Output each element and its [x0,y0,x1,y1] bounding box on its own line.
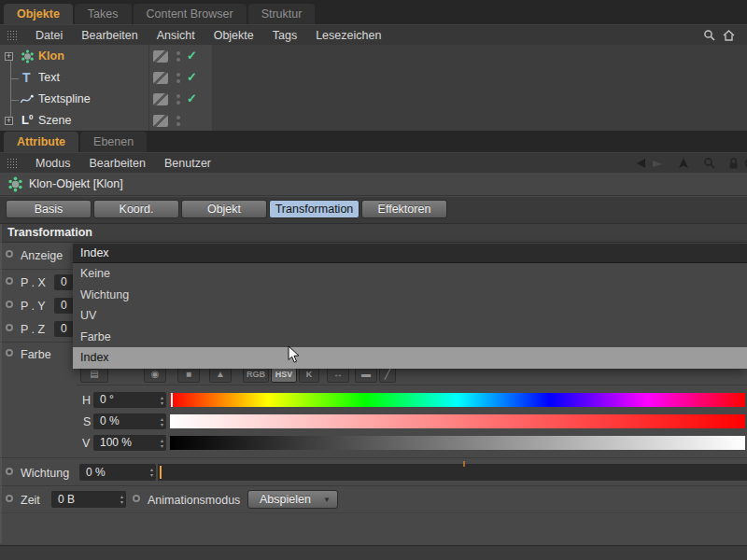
table-row[interactable]: T Text ✓ [0,68,747,89]
tab-objekt[interactable]: Objekt [181,200,267,218]
editor-visibility-dot[interactable] [176,73,180,77]
search-icon[interactable] [703,29,716,42]
layer-color-toggle[interactable] [153,115,168,127]
editor-visibility-dot[interactable] [176,51,180,55]
divider [0,485,747,486]
editor-visibility-dot[interactable] [176,94,180,98]
render-visibility-dot[interactable] [176,122,180,126]
search-icon[interactable] [703,157,716,170]
spline-icon [20,93,35,106]
stepper[interactable]: ▴▾ [120,491,123,508]
table-row[interactable]: + Klon ✓ [0,47,747,67]
anim-dot-pz[interactable] [6,324,13,331]
anim-dot-farbe[interactable] [6,349,13,357]
cloner-icon [7,176,23,192]
hue-slider-handle[interactable] [171,393,173,407]
saturation-slider[interactable] [170,414,745,428]
home-icon[interactable] [722,29,736,42]
panel-grip-icon[interactable] [7,30,19,40]
pin-icon[interactable] [741,157,747,170]
dropdown-item-wichtung[interactable]: Wichtung [73,285,747,306]
dropdown-item-keine[interactable]: Keine [73,263,747,285]
menu-datei[interactable]: Datei [26,29,72,42]
stepper[interactable]: ▴▾ [161,435,163,451]
s-field[interactable]: 0 % ▴▾ [93,413,166,429]
editor-visibility-dot[interactable] [176,116,180,119]
dropdown-item-uv[interactable]: UV [73,305,747,327]
tab-koord[interactable]: Koord. [93,200,179,218]
enabled-check-icon[interactable]: ✓ [187,49,197,63]
scene-icon: L0 [21,113,33,127]
history-back-icon[interactable] [634,157,648,170]
app-root: Objekte Takes Content Browser Struktur D… [0,0,747,560]
stepper-down-icon[interactable]: ▾ [161,400,163,406]
menu-objekte[interactable]: Objekte [204,29,263,42]
h-field[interactable]: 0 ° ▴▾ [93,392,166,408]
wichtung-edit-strip[interactable] [158,464,747,481]
table-row[interactable]: Textspline ✓ [0,90,747,110]
panel-grip-icon[interactable] [7,158,19,168]
menu-ansicht[interactable]: Ansicht [148,29,204,42]
stepper-down-icon[interactable]: ▾ [161,422,163,427]
object-title: Klon-Objekt [Klon] [29,177,123,190]
animationsmodus-select[interactable]: Abspielen ▼ [247,490,338,509]
anim-dot-animationsmodus[interactable] [133,495,140,502]
menu-benutzer[interactable]: Benutzer [155,157,220,170]
menu-tags[interactable]: Tags [263,29,306,42]
tree-item-text[interactable]: Text [38,71,60,84]
stepper[interactable]: ▴▾ [161,413,163,429]
stepper[interactable]: ▴▾ [161,392,163,408]
section-header[interactable]: Transformation [0,223,747,243]
s-label: S [83,412,91,432]
expand-toggle[interactable]: + [5,52,13,61]
tab-basis[interactable]: Basis [6,200,92,218]
tab-ebenen[interactable]: Ebenen [80,132,147,152]
anim-dot-anzeige[interactable] [6,250,13,258]
wichtung-field[interactable]: 0 % ▴▾ [79,464,156,481]
anim-dot-zeit[interactable] [6,495,13,502]
layer-color-toggle[interactable] [153,50,168,63]
zeit-field[interactable]: 0 B ▴▾ [51,491,126,508]
tree-item-szene[interactable]: Szene [38,114,71,127]
lock-icon[interactable] [727,157,740,170]
history-forward-icon[interactable] [650,157,664,170]
tab-objekte[interactable]: Objekte [4,4,73,24]
menu-bearbeiten-attr[interactable]: Bearbeiten [80,157,155,170]
tab-content-browser[interactable]: Content Browser [134,4,247,24]
dropdown-item-index[interactable]: Index [73,347,747,369]
render-visibility-dot[interactable] [176,79,180,83]
stepper-down-icon[interactable]: ▾ [161,443,163,449]
expand-toggle[interactable]: + [5,117,13,125]
tab-effektoren[interactable]: Effektoren [361,200,447,218]
enabled-check-icon[interactable]: ✓ [187,91,197,105]
tab-struktur[interactable]: Struktur [248,4,316,24]
menu-lesezeichen[interactable]: Lesezeichen [306,29,390,42]
layer-color-toggle[interactable] [153,72,168,84]
enabled-check-icon[interactable]: ✓ [187,70,197,84]
stepper[interactable]: ▴▾ [150,464,153,481]
menu-bearbeiten[interactable]: Bearbeiten [72,29,147,42]
parent-object-icon[interactable] [677,157,690,170]
tab-takes[interactable]: Takes [75,4,132,24]
anim-dot-wichtung[interactable] [6,468,13,475]
stepper-down-icon[interactable]: ▾ [120,499,123,505]
menu-modus[interactable]: Modus [26,157,80,170]
saturation-slider-handle[interactable] [171,414,173,428]
tab-transformation[interactable]: Transformation [269,200,359,218]
anim-dot-px[interactable] [6,277,13,285]
v-label: V [82,433,90,454]
tree-item-textspline[interactable]: Textspline [38,92,91,105]
render-visibility-dot[interactable] [176,101,180,105]
tab-attribute[interactable]: Attribute [4,132,78,152]
layer-color-toggle[interactable] [153,93,168,105]
dropdown-current[interactable]: Index [73,244,747,263]
render-visibility-dot[interactable] [176,58,180,62]
dropdown-item-farbe[interactable]: Farbe [73,327,747,348]
hue-slider[interactable] [170,393,745,407]
v-field[interactable]: 100 % ▴▾ [93,435,166,451]
stepper-down-icon[interactable]: ▾ [150,472,153,478]
tree-item-klon[interactable]: Klon [38,49,64,63]
anim-dot-py[interactable] [6,301,13,308]
value-slider[interactable] [170,436,745,450]
table-row[interactable]: + L0 Szene [0,111,747,132]
